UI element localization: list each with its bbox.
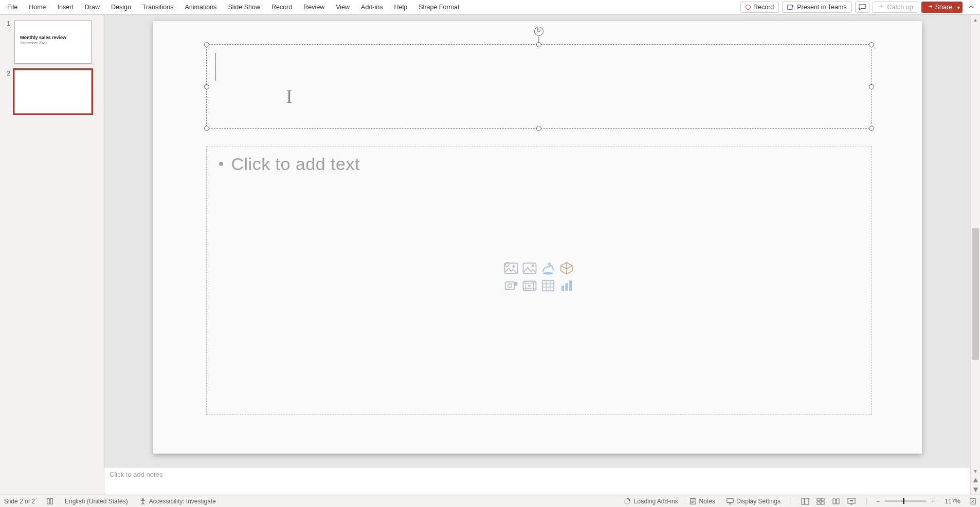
thumbnail-row-1: 1 Monthly sales review September 2023	[5, 20, 99, 64]
thumbnail-slide-1[interactable]: Monthly sales review September 2023	[14, 20, 92, 64]
bullet-row: Click to add text	[219, 153, 859, 175]
language-button[interactable]: English (United States)	[63, 498, 130, 505]
thumbnail-number: 1	[5, 20, 10, 64]
slideshow-view-button[interactable]	[844, 496, 859, 506]
catch-up-button[interactable]: Catch up	[873, 2, 918, 13]
reading-view-icon	[832, 497, 840, 505]
tab-file[interactable]: File	[5, 4, 20, 11]
display-settings-label: Display Settings	[736, 498, 781, 505]
slide-sorter-view-button[interactable]	[813, 496, 828, 506]
resize-handle-n[interactable]	[536, 42, 541, 47]
share-dropdown[interactable]: ▾	[954, 2, 963, 13]
scroll-down-icon[interactable]: ▼	[973, 468, 978, 474]
accessibility-button[interactable]: Accessibility: Investigate	[137, 498, 218, 505]
collapse-ribbon-button[interactable]	[966, 4, 977, 11]
comments-button[interactable]	[855, 2, 869, 13]
tab-draw[interactable]: Draw	[83, 4, 102, 11]
slide[interactable]: I Click to add text	[153, 21, 922, 454]
slide-canvas-container[interactable]: I Click to add text	[104, 15, 970, 467]
ribbon-tabs: File Home Insert Draw Design Transitions…	[3, 4, 461, 11]
insert-stock-images-icon[interactable]	[502, 259, 520, 277]
resize-handle-s[interactable]	[536, 126, 541, 131]
insert-video-icon[interactable]	[520, 277, 539, 294]
tab-slide-show[interactable]: Slide Show	[226, 4, 262, 11]
thumbnail-number: 2	[5, 70, 10, 114]
notes-toggle-button[interactable]: Notes	[687, 498, 717, 505]
svg-rect-21	[805, 498, 809, 504]
insert-cameo-icon[interactable]	[502, 277, 520, 294]
svg-point-10	[514, 282, 518, 286]
record-button-label: Record	[753, 4, 774, 11]
bullet-icon	[219, 162, 223, 166]
ribbon-right-controls: Record Present in Teams Catch up Share ▾	[740, 2, 977, 13]
tab-review[interactable]: Review	[301, 4, 326, 11]
record-icon	[746, 5, 751, 10]
insert-table-icon[interactable]	[539, 277, 557, 294]
tab-transitions[interactable]: Transitions	[140, 4, 176, 11]
scrollbar-thumb[interactable]	[972, 228, 979, 360]
comments-icon	[859, 4, 866, 11]
workspace: 1 Monthly sales review September 2023 2	[0, 15, 980, 495]
status-bar: Slide 2 of 2 English (United States) Acc…	[0, 495, 980, 507]
thumbnail-panel[interactable]: 1 Monthly sales review September 2023 2	[0, 15, 104, 495]
tab-insert[interactable]: Insert	[56, 4, 76, 11]
notes-placeholder: Click to add notes	[110, 471, 162, 478]
insert-3d-model-icon[interactable]	[557, 259, 576, 277]
slide-position-label[interactable]: Slide 2 of 2	[2, 498, 37, 505]
scrollbar-track[interactable]	[971, 26, 980, 465]
insert-icons-icon[interactable]	[539, 259, 557, 277]
share-button-label: Share	[935, 4, 952, 11]
resize-handle-ne[interactable]	[869, 42, 874, 47]
ribbon-menu: File Home Insert Draw Design Transitions…	[0, 0, 980, 15]
book-icon	[46, 498, 53, 505]
record-button[interactable]: Record	[740, 2, 779, 13]
content-placeholder[interactable]: Click to add text	[206, 146, 872, 415]
reading-view-button[interactable]	[828, 496, 844, 506]
zoom-percent-label[interactable]: 117%	[940, 498, 960, 505]
tab-record[interactable]: Record	[269, 4, 294, 11]
zoom-slider-thumb[interactable]	[903, 498, 904, 504]
tab-view[interactable]: View	[334, 4, 352, 11]
vertical-scrollbar[interactable]: ▲ ▼ ⯅ ⯆	[970, 15, 980, 495]
status-divider	[790, 498, 790, 505]
scroll-up-icon[interactable]: ▲	[973, 17, 978, 23]
prev-slide-icon[interactable]: ⯅	[973, 477, 978, 483]
fit-to-window-button[interactable]	[968, 496, 978, 506]
title-placeholder[interactable]: I	[206, 44, 872, 129]
resize-handle-se[interactable]	[869, 126, 874, 131]
zoom-slider-track[interactable]	[885, 500, 926, 502]
thumbnail-subtitle: September 2023	[20, 41, 47, 45]
loading-addins-text: Loading Add-ins	[633, 498, 678, 505]
present-in-teams-button[interactable]: Present in Teams	[782, 2, 851, 13]
sparkle-icon	[878, 4, 885, 11]
tab-animations[interactable]: Animations	[183, 4, 219, 11]
resize-handle-w[interactable]	[204, 84, 209, 89]
tab-shape-format[interactable]: Shape Format	[416, 4, 461, 11]
slide-edit-area: I Click to add text	[104, 15, 970, 495]
chevron-down-icon: ▾	[957, 5, 960, 10]
normal-view-button[interactable]	[797, 496, 813, 506]
notes-pane[interactable]: Click to add notes	[104, 467, 970, 495]
next-slide-icon[interactable]: ⯆	[973, 486, 978, 493]
tab-add-ins[interactable]: Add-ins	[359, 4, 385, 11]
insert-chart-icon[interactable]	[557, 277, 576, 294]
zoom-out-button[interactable]: −	[874, 498, 882, 505]
share-icon	[927, 4, 933, 10]
accessibility-icon	[139, 498, 147, 505]
tab-help[interactable]: Help	[392, 4, 409, 11]
svg-rect-5	[523, 263, 536, 273]
insert-pictures-icon[interactable]	[520, 259, 539, 277]
zoom-in-button[interactable]: +	[929, 498, 937, 505]
spell-check-button[interactable]	[44, 498, 56, 505]
resize-handle-sw[interactable]	[204, 126, 209, 131]
thumbnail-slide-2[interactable]	[14, 70, 92, 114]
share-button[interactable]: Share	[921, 2, 954, 13]
resize-handle-nw[interactable]	[204, 42, 209, 47]
svg-point-7	[543, 272, 553, 275]
tab-design[interactable]: Design	[109, 4, 133, 11]
rotate-handle[interactable]	[534, 27, 543, 36]
tab-home[interactable]: Home	[27, 4, 48, 11]
display-settings-button[interactable]: Display Settings	[724, 498, 783, 505]
zoom-control: − + 117%	[874, 498, 960, 505]
resize-handle-e[interactable]	[869, 84, 874, 89]
